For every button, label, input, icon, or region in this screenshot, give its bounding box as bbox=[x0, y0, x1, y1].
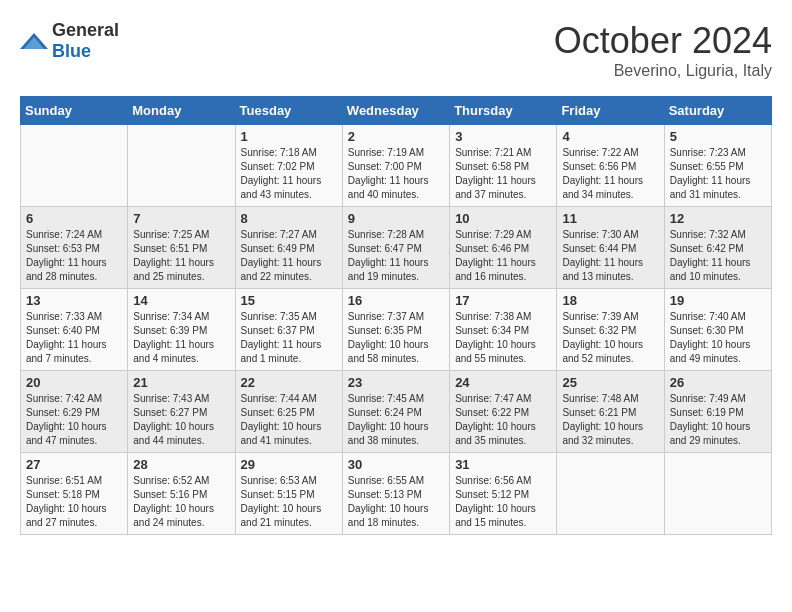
weekday-header-monday: Monday bbox=[128, 97, 235, 125]
day-detail: Sunrise: 7:39 AMSunset: 6:32 PMDaylight:… bbox=[562, 310, 658, 366]
calendar-cell: 11Sunrise: 7:30 AMSunset: 6:44 PMDayligh… bbox=[557, 207, 664, 289]
weekday-header-sunday: Sunday bbox=[21, 97, 128, 125]
logo: General Blue bbox=[20, 20, 119, 62]
calendar-cell bbox=[664, 453, 771, 535]
day-number: 16 bbox=[348, 293, 444, 308]
day-number: 18 bbox=[562, 293, 658, 308]
day-detail: Sunrise: 6:51 AMSunset: 5:18 PMDaylight:… bbox=[26, 474, 122, 530]
weekday-header-friday: Friday bbox=[557, 97, 664, 125]
day-detail: Sunrise: 7:40 AMSunset: 6:30 PMDaylight:… bbox=[670, 310, 766, 366]
day-detail: Sunrise: 6:55 AMSunset: 5:13 PMDaylight:… bbox=[348, 474, 444, 530]
logo-icon bbox=[20, 31, 48, 51]
day-detail: Sunrise: 7:33 AMSunset: 6:40 PMDaylight:… bbox=[26, 310, 122, 366]
calendar-cell: 8Sunrise: 7:27 AMSunset: 6:49 PMDaylight… bbox=[235, 207, 342, 289]
day-number: 24 bbox=[455, 375, 551, 390]
weekday-header-thursday: Thursday bbox=[450, 97, 557, 125]
calendar-cell bbox=[557, 453, 664, 535]
logo-text: General Blue bbox=[52, 20, 119, 62]
day-detail: Sunrise: 6:53 AMSunset: 5:15 PMDaylight:… bbox=[241, 474, 337, 530]
day-detail: Sunrise: 7:38 AMSunset: 6:34 PMDaylight:… bbox=[455, 310, 551, 366]
day-number: 11 bbox=[562, 211, 658, 226]
day-detail: Sunrise: 7:19 AMSunset: 7:00 PMDaylight:… bbox=[348, 146, 444, 202]
calendar-cell: 4Sunrise: 7:22 AMSunset: 6:56 PMDaylight… bbox=[557, 125, 664, 207]
day-detail: Sunrise: 7:48 AMSunset: 6:21 PMDaylight:… bbox=[562, 392, 658, 448]
month-title: October 2024 bbox=[554, 20, 772, 62]
calendar-cell: 28Sunrise: 6:52 AMSunset: 5:16 PMDayligh… bbox=[128, 453, 235, 535]
day-detail: Sunrise: 7:42 AMSunset: 6:29 PMDaylight:… bbox=[26, 392, 122, 448]
day-number: 1 bbox=[241, 129, 337, 144]
day-detail: Sunrise: 7:21 AMSunset: 6:58 PMDaylight:… bbox=[455, 146, 551, 202]
day-detail: Sunrise: 6:56 AMSunset: 5:12 PMDaylight:… bbox=[455, 474, 551, 530]
day-number: 3 bbox=[455, 129, 551, 144]
calendar-week-row: 1Sunrise: 7:18 AMSunset: 7:02 PMDaylight… bbox=[21, 125, 772, 207]
weekday-header-row: SundayMondayTuesdayWednesdayThursdayFrid… bbox=[21, 97, 772, 125]
calendar-cell: 21Sunrise: 7:43 AMSunset: 6:27 PMDayligh… bbox=[128, 371, 235, 453]
calendar-week-row: 6Sunrise: 7:24 AMSunset: 6:53 PMDaylight… bbox=[21, 207, 772, 289]
day-detail: Sunrise: 6:52 AMSunset: 5:16 PMDaylight:… bbox=[133, 474, 229, 530]
calendar-table: SundayMondayTuesdayWednesdayThursdayFrid… bbox=[20, 96, 772, 535]
calendar-cell: 22Sunrise: 7:44 AMSunset: 6:25 PMDayligh… bbox=[235, 371, 342, 453]
page-header: General Blue October 2024 Beverino, Ligu… bbox=[20, 20, 772, 80]
calendar-cell: 27Sunrise: 6:51 AMSunset: 5:18 PMDayligh… bbox=[21, 453, 128, 535]
day-number: 31 bbox=[455, 457, 551, 472]
day-detail: Sunrise: 7:18 AMSunset: 7:02 PMDaylight:… bbox=[241, 146, 337, 202]
weekday-header-wednesday: Wednesday bbox=[342, 97, 449, 125]
title-block: October 2024 Beverino, Liguria, Italy bbox=[554, 20, 772, 80]
calendar-cell: 14Sunrise: 7:34 AMSunset: 6:39 PMDayligh… bbox=[128, 289, 235, 371]
calendar-cell: 16Sunrise: 7:37 AMSunset: 6:35 PMDayligh… bbox=[342, 289, 449, 371]
calendar-cell: 2Sunrise: 7:19 AMSunset: 7:00 PMDaylight… bbox=[342, 125, 449, 207]
day-number: 17 bbox=[455, 293, 551, 308]
weekday-header-tuesday: Tuesday bbox=[235, 97, 342, 125]
calendar-cell: 10Sunrise: 7:29 AMSunset: 6:46 PMDayligh… bbox=[450, 207, 557, 289]
calendar-week-row: 20Sunrise: 7:42 AMSunset: 6:29 PMDayligh… bbox=[21, 371, 772, 453]
calendar-cell: 18Sunrise: 7:39 AMSunset: 6:32 PMDayligh… bbox=[557, 289, 664, 371]
day-number: 22 bbox=[241, 375, 337, 390]
calendar-week-row: 27Sunrise: 6:51 AMSunset: 5:18 PMDayligh… bbox=[21, 453, 772, 535]
calendar-cell: 29Sunrise: 6:53 AMSunset: 5:15 PMDayligh… bbox=[235, 453, 342, 535]
day-number: 28 bbox=[133, 457, 229, 472]
day-detail: Sunrise: 7:35 AMSunset: 6:37 PMDaylight:… bbox=[241, 310, 337, 366]
day-number: 12 bbox=[670, 211, 766, 226]
calendar-cell: 15Sunrise: 7:35 AMSunset: 6:37 PMDayligh… bbox=[235, 289, 342, 371]
day-number: 7 bbox=[133, 211, 229, 226]
calendar-cell: 5Sunrise: 7:23 AMSunset: 6:55 PMDaylight… bbox=[664, 125, 771, 207]
calendar-cell: 12Sunrise: 7:32 AMSunset: 6:42 PMDayligh… bbox=[664, 207, 771, 289]
day-number: 4 bbox=[562, 129, 658, 144]
day-detail: Sunrise: 7:44 AMSunset: 6:25 PMDaylight:… bbox=[241, 392, 337, 448]
day-number: 14 bbox=[133, 293, 229, 308]
day-number: 21 bbox=[133, 375, 229, 390]
calendar-cell: 1Sunrise: 7:18 AMSunset: 7:02 PMDaylight… bbox=[235, 125, 342, 207]
day-number: 19 bbox=[670, 293, 766, 308]
calendar-cell: 19Sunrise: 7:40 AMSunset: 6:30 PMDayligh… bbox=[664, 289, 771, 371]
calendar-cell: 17Sunrise: 7:38 AMSunset: 6:34 PMDayligh… bbox=[450, 289, 557, 371]
day-detail: Sunrise: 7:27 AMSunset: 6:49 PMDaylight:… bbox=[241, 228, 337, 284]
day-detail: Sunrise: 7:45 AMSunset: 6:24 PMDaylight:… bbox=[348, 392, 444, 448]
calendar-cell: 30Sunrise: 6:55 AMSunset: 5:13 PMDayligh… bbox=[342, 453, 449, 535]
day-number: 15 bbox=[241, 293, 337, 308]
day-detail: Sunrise: 7:23 AMSunset: 6:55 PMDaylight:… bbox=[670, 146, 766, 202]
day-detail: Sunrise: 7:22 AMSunset: 6:56 PMDaylight:… bbox=[562, 146, 658, 202]
day-number: 6 bbox=[26, 211, 122, 226]
day-number: 13 bbox=[26, 293, 122, 308]
logo-blue: Blue bbox=[52, 41, 91, 61]
day-detail: Sunrise: 7:25 AMSunset: 6:51 PMDaylight:… bbox=[133, 228, 229, 284]
calendar-week-row: 13Sunrise: 7:33 AMSunset: 6:40 PMDayligh… bbox=[21, 289, 772, 371]
day-detail: Sunrise: 7:30 AMSunset: 6:44 PMDaylight:… bbox=[562, 228, 658, 284]
day-detail: Sunrise: 7:28 AMSunset: 6:47 PMDaylight:… bbox=[348, 228, 444, 284]
calendar-cell: 9Sunrise: 7:28 AMSunset: 6:47 PMDaylight… bbox=[342, 207, 449, 289]
calendar-cell bbox=[128, 125, 235, 207]
calendar-cell bbox=[21, 125, 128, 207]
day-number: 30 bbox=[348, 457, 444, 472]
day-number: 8 bbox=[241, 211, 337, 226]
day-detail: Sunrise: 7:29 AMSunset: 6:46 PMDaylight:… bbox=[455, 228, 551, 284]
day-detail: Sunrise: 7:43 AMSunset: 6:27 PMDaylight:… bbox=[133, 392, 229, 448]
day-detail: Sunrise: 7:24 AMSunset: 6:53 PMDaylight:… bbox=[26, 228, 122, 284]
calendar-cell: 20Sunrise: 7:42 AMSunset: 6:29 PMDayligh… bbox=[21, 371, 128, 453]
day-number: 10 bbox=[455, 211, 551, 226]
day-number: 29 bbox=[241, 457, 337, 472]
calendar-cell: 23Sunrise: 7:45 AMSunset: 6:24 PMDayligh… bbox=[342, 371, 449, 453]
day-number: 9 bbox=[348, 211, 444, 226]
day-number: 20 bbox=[26, 375, 122, 390]
day-detail: Sunrise: 7:47 AMSunset: 6:22 PMDaylight:… bbox=[455, 392, 551, 448]
day-number: 23 bbox=[348, 375, 444, 390]
